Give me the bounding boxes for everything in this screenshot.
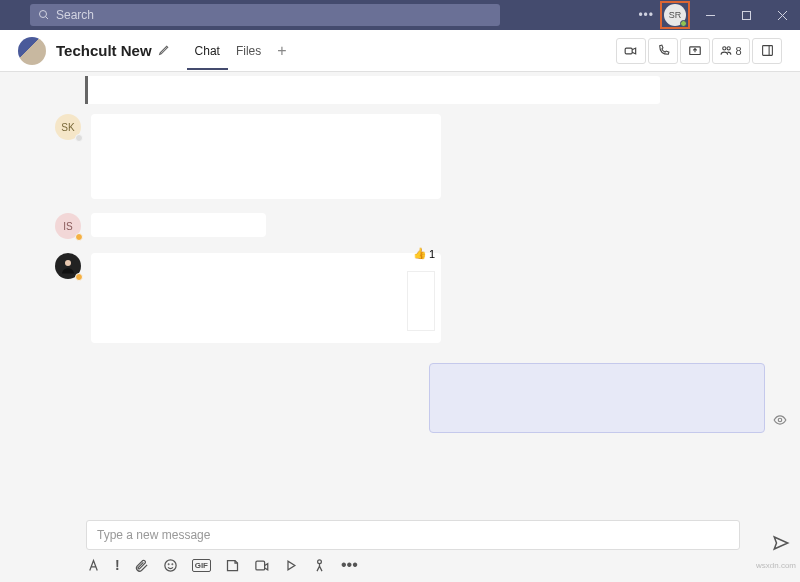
svg-point-0 xyxy=(40,11,47,18)
reaction-badge[interactable]: 👍 1 xyxy=(413,247,435,260)
search-icon xyxy=(38,9,50,21)
search-box[interactable] xyxy=(30,4,500,26)
attachment-placeholder xyxy=(407,271,435,331)
profile-highlight: SR xyxy=(660,1,690,29)
add-tab-button[interactable]: + xyxy=(269,42,294,60)
svg-rect-6 xyxy=(625,48,632,54)
message-bubble[interactable] xyxy=(91,213,266,237)
send-button[interactable] xyxy=(772,534,790,556)
message-bubble[interactable] xyxy=(91,114,441,199)
svg-line-1 xyxy=(46,17,49,20)
thumbs-up-icon: 👍 xyxy=(413,247,427,260)
svg-rect-3 xyxy=(742,11,750,19)
svg-rect-17 xyxy=(256,561,265,570)
message-list: SK IS 👍 1 xyxy=(0,72,800,516)
format-icon[interactable] xyxy=(86,558,101,573)
svg-point-12 xyxy=(65,260,71,266)
message-row: IS xyxy=(55,213,765,239)
svg-point-9 xyxy=(727,47,730,50)
video-call-button[interactable] xyxy=(616,38,646,64)
svg-point-14 xyxy=(165,559,176,570)
praise-icon[interactable] xyxy=(312,558,327,573)
tab-files[interactable]: Files xyxy=(228,32,269,70)
profile-initials: SR xyxy=(669,10,682,20)
avatar-sk[interactable]: SK xyxy=(55,114,81,140)
svg-point-13 xyxy=(778,418,782,422)
maximize-button[interactable] xyxy=(728,0,764,30)
svg-point-8 xyxy=(723,47,726,50)
group-avatar[interactable] xyxy=(18,37,46,65)
header-actions: 8 xyxy=(616,38,782,64)
avatar-initials: SK xyxy=(61,122,74,133)
presence-away-icon xyxy=(75,273,83,281)
avatar-initials: IS xyxy=(63,221,72,232)
presence-available-icon xyxy=(680,20,687,27)
my-message-row xyxy=(55,363,765,433)
search-input[interactable] xyxy=(56,8,492,22)
composer: ! GIF ••• xyxy=(86,520,740,574)
participants-count: 8 xyxy=(735,45,741,57)
message-bubble[interactable]: 👍 1 xyxy=(91,253,441,343)
message-row: 👍 1 xyxy=(55,253,765,343)
emoji-icon[interactable] xyxy=(163,558,178,573)
chat-title: Techcult New xyxy=(56,42,152,59)
participants-button[interactable]: 8 xyxy=(712,38,750,64)
more-compose-icon[interactable]: ••• xyxy=(341,556,358,574)
svg-point-16 xyxy=(172,563,173,564)
profile-avatar[interactable]: SR xyxy=(664,4,686,26)
avatar-is[interactable]: IS xyxy=(55,213,81,239)
read-receipt-icon xyxy=(773,413,787,431)
compose-toolbar: ! GIF ••• xyxy=(86,556,740,574)
close-button[interactable] xyxy=(764,0,800,30)
svg-point-15 xyxy=(168,563,169,564)
open-pane-button[interactable] xyxy=(752,38,782,64)
stream-icon[interactable] xyxy=(283,558,298,573)
more-options[interactable]: ••• xyxy=(632,8,660,22)
presence-offline-icon xyxy=(75,134,83,142)
svg-rect-10 xyxy=(762,46,772,56)
audio-call-button[interactable] xyxy=(648,38,678,64)
person-icon xyxy=(59,257,77,275)
titlebar: ••• SR xyxy=(0,0,800,30)
gif-icon[interactable]: GIF xyxy=(192,559,211,572)
quoted-message xyxy=(85,76,660,104)
presence-away-icon xyxy=(75,233,83,241)
my-message-bubble[interactable] xyxy=(429,363,765,433)
avatar-user[interactable] xyxy=(55,253,81,279)
message-row: SK xyxy=(55,114,765,199)
share-screen-button[interactable] xyxy=(680,38,710,64)
message-input[interactable] xyxy=(86,520,740,550)
priority-icon[interactable]: ! xyxy=(115,557,120,573)
attach-icon[interactable] xyxy=(134,558,149,573)
svg-point-18 xyxy=(318,559,322,563)
watermark: wsxdn.com xyxy=(756,561,796,570)
edit-name-icon[interactable] xyxy=(158,42,171,60)
reaction-count: 1 xyxy=(429,248,435,260)
tab-chat[interactable]: Chat xyxy=(187,32,228,70)
chat-header: Techcult New Chat Files + 8 xyxy=(0,30,800,72)
schedule-meeting-icon[interactable] xyxy=(254,558,269,573)
sticker-icon[interactable] xyxy=(225,558,240,573)
minimize-button[interactable] xyxy=(692,0,728,30)
